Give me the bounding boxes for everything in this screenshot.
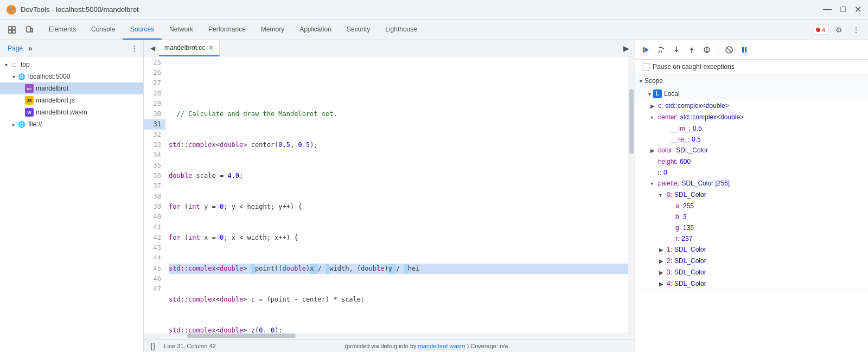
tree-item-top[interactable]: □ top bbox=[0, 59, 143, 71]
format-icon[interactable]: {} bbox=[150, 342, 155, 350]
step-button[interactable] bbox=[700, 43, 713, 56]
scope-palette-0-g[interactable]: g: 135 bbox=[635, 222, 868, 233]
line-num-43: 43 bbox=[144, 243, 165, 253]
scrollbar-thumb-v[interactable] bbox=[629, 89, 634, 154]
more-icon[interactable]: ⋮ bbox=[848, 22, 864, 37]
line-num-33: 33 bbox=[144, 140, 165, 150]
line-num-40: 40 bbox=[144, 212, 165, 222]
code-line-30: for (int x = 0; x < width; x++) { bbox=[169, 233, 628, 243]
scope-palette-2[interactable]: ▶ 2: SDL_Color bbox=[635, 255, 868, 267]
tab-memory[interactable]: Memory bbox=[253, 20, 292, 40]
tab-security[interactable]: Security bbox=[339, 20, 378, 40]
center-key: center: bbox=[658, 112, 678, 122]
error-dot bbox=[816, 28, 820, 32]
line-num-27: 27 bbox=[144, 78, 165, 88]
scope-height[interactable]: height: 600 bbox=[635, 156, 868, 167]
source-info: (provided via debug info by mandelbrot.w… bbox=[225, 343, 628, 349]
tab-elements[interactable]: Elements bbox=[41, 20, 84, 40]
code-lines[interactable]: // Calculate and draw the Mandelbrot set… bbox=[165, 56, 628, 332]
tab-application[interactable]: Application bbox=[292, 20, 339, 40]
scope-main-header[interactable]: ▾ Scope bbox=[635, 74, 868, 87]
sidebar-menu-icon[interactable]: ⋮ bbox=[129, 43, 139, 53]
color-value: SDL_Color bbox=[676, 145, 708, 155]
window-controls[interactable]: — □ ✕ bbox=[823, 4, 861, 15]
settings-icon[interactable]: ⚙ bbox=[831, 22, 846, 37]
horizontal-scrollbar[interactable] bbox=[144, 332, 635, 339]
editor-tab-mandelbrot-cc[interactable]: mandelbrot.cc ✕ bbox=[159, 40, 220, 56]
step-out-button[interactable] bbox=[685, 43, 698, 56]
maximize-button[interactable]: □ bbox=[840, 4, 846, 15]
scope-palette-0[interactable]: ▾ 0: SDL_Color bbox=[635, 189, 868, 201]
line-num-29: 29 bbox=[144, 99, 165, 109]
tree-item-mandelbrot-wasm[interactable]: W mandelbrot.wasm bbox=[0, 106, 143, 118]
tab-nav-back[interactable]: ◀ bbox=[146, 42, 159, 55]
scope-palette-0-a[interactable]: a: 255 bbox=[635, 201, 868, 212]
run-icon[interactable]: ▶ bbox=[620, 42, 633, 55]
scope-center[interactable]: ▾ center: std::complex<double> bbox=[635, 112, 868, 123]
sidebar-more[interactable]: » bbox=[28, 44, 33, 53]
minimize-button[interactable]: — bbox=[823, 4, 832, 15]
scope-center-re[interactable]: __re_: 0.5 bbox=[635, 134, 868, 145]
svg-rect-1 bbox=[12, 27, 15, 29]
deactivate-button[interactable] bbox=[723, 43, 736, 56]
code-line-25 bbox=[169, 78, 628, 88]
tree-item-file[interactable]: 🌐 file:// bbox=[0, 118, 143, 130]
tab-performance[interactable]: Performance bbox=[201, 20, 253, 40]
i-key: i: bbox=[658, 168, 661, 177]
line-num-47: 47 bbox=[144, 284, 165, 295]
scope-c[interactable]: ▶ c: std::complex<double> bbox=[635, 100, 868, 112]
local-header[interactable]: ▾ L Local bbox=[635, 87, 868, 100]
resume-button[interactable] bbox=[640, 43, 653, 56]
svg-rect-21 bbox=[745, 47, 746, 53]
step-into-button[interactable] bbox=[670, 43, 683, 56]
device-toolbar-icon[interactable] bbox=[22, 22, 37, 37]
line-num-41: 41 bbox=[144, 222, 165, 233]
center-value: std::complex<double> bbox=[680, 112, 744, 122]
svg-marker-14 bbox=[690, 47, 693, 50]
scope-palette-3[interactable]: ▶ 3: SDL_Color bbox=[635, 267, 868, 278]
scrollbar-thumb-h[interactable] bbox=[187, 334, 296, 338]
tree-item-mandelbrot[interactable]: cc mandelbrot bbox=[0, 82, 143, 94]
tab-console[interactable]: Console bbox=[84, 20, 123, 40]
sidebar-tree: □ top 🌐 localhost:5000 cc mandelbrot bbox=[0, 56, 143, 352]
scope-palette-1[interactable]: ▶ 1: SDL_Color bbox=[635, 244, 868, 255]
tab-lighthouse[interactable]: Lighthouse bbox=[378, 20, 425, 40]
svg-rect-3 bbox=[12, 30, 15, 33]
svg-rect-2 bbox=[9, 30, 11, 33]
source-link[interactable]: mandelbrot.wasm bbox=[418, 343, 465, 349]
tab-close-icon[interactable]: ✕ bbox=[208, 44, 214, 52]
page-tab[interactable]: Page bbox=[4, 44, 26, 52]
tab-network[interactable]: Network bbox=[162, 20, 201, 40]
inspect-icon[interactable] bbox=[4, 22, 20, 37]
palette-0-g-value: 135 bbox=[683, 223, 694, 233]
scope-i[interactable]: i: 0 bbox=[635, 167, 868, 178]
scope-color[interactable]: ▶ color: SDL_Color bbox=[635, 145, 868, 156]
scope-palette[interactable]: ▾ palette: SDL_Color [256] bbox=[635, 178, 868, 189]
line-num-30: 30 bbox=[144, 109, 165, 119]
pause-button[interactable] bbox=[738, 43, 751, 56]
error-badge[interactable]: 4 bbox=[812, 25, 829, 35]
pause-exceptions-checkbox[interactable] bbox=[642, 63, 649, 71]
code-line-31: std::complex<double> point((double)x / w… bbox=[169, 264, 628, 274]
svg-rect-7 bbox=[643, 47, 644, 53]
tab-sources[interactable]: Sources bbox=[123, 20, 162, 40]
palette-2-key: 2: bbox=[667, 256, 672, 266]
tree-item-localhost[interactable]: 🌐 localhost:5000 bbox=[0, 71, 143, 82]
tree-label-mandelbrot-js: mandelbrot.js bbox=[36, 97, 75, 104]
scope-palette-0-b[interactable]: b: 3 bbox=[635, 212, 868, 222]
scope-center-im[interactable]: __im_: 0.5 bbox=[635, 123, 868, 134]
scope-palette-4[interactable]: ▶ 4: SDL_Color bbox=[635, 278, 868, 290]
scope-arrow: ▾ bbox=[640, 78, 642, 84]
palette-0-arrow: ▾ bbox=[659, 190, 665, 200]
scope-palette-0-r[interactable]: r: 237 bbox=[635, 233, 868, 244]
palette-0-a-key: a: bbox=[675, 201, 681, 211]
tree-label-file: file:// bbox=[28, 120, 42, 128]
code-line-32: std::complex<double> c = (point - center… bbox=[169, 295, 628, 305]
close-button[interactable]: ✕ bbox=[854, 4, 861, 15]
vertical-scrollbar[interactable] bbox=[628, 56, 635, 332]
tree-item-mandelbrot-js[interactable]: JS mandelbrot.js bbox=[0, 94, 143, 106]
step-over-button[interactable] bbox=[655, 43, 668, 56]
scope-title: Scope bbox=[644, 77, 663, 85]
code-editor: 25 26 27 28 29 30 31 32 33 34 35 36 37 3… bbox=[144, 56, 635, 339]
palette-4-value: SDL_Color bbox=[674, 279, 706, 289]
